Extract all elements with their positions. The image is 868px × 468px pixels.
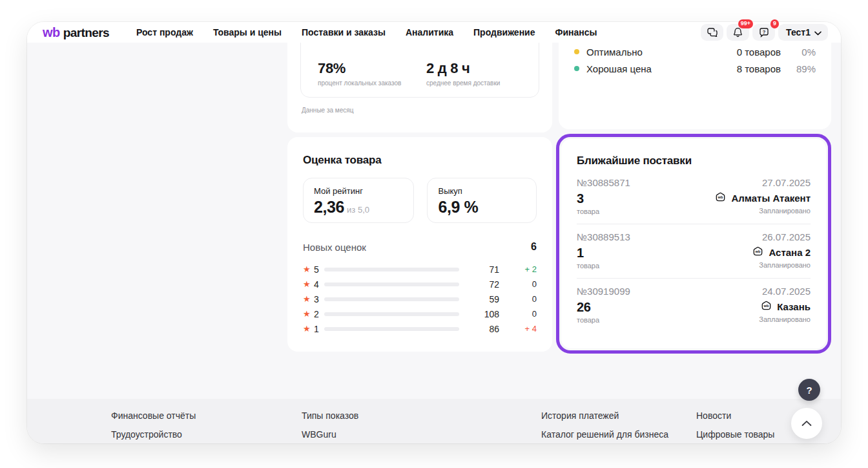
nav-item-analytics[interactable]: Аналитика — [406, 27, 453, 37]
chevron-up-icon — [801, 419, 812, 429]
supply-item[interactable]: №30885871 27.07.2025 3 товара — [577, 167, 811, 224]
chat-bubbles-icon — [707, 28, 718, 37]
rating-distribution: ★ 5 71 + 2 ★ 4 72 0 ★ 3 59 — [303, 262, 537, 336]
new-ratings-count: 6 — [531, 241, 537, 253]
supply-date: 26.07.2025 — [762, 231, 811, 242]
supply-qty-label: товара — [577, 262, 599, 270]
rating-count: 59 — [471, 294, 499, 304]
legend-pct: 0% — [781, 47, 816, 58]
warehouse-icon: wb — [760, 300, 772, 313]
supply-item[interactable]: №30889513 26.07.2025 1 товара — [577, 224, 811, 278]
footer-link-wbguru[interactable]: WBGuru — [302, 429, 358, 440]
supply-item[interactable]: №30919099 24.07.2025 26 товара — [577, 278, 811, 332]
star-count-label: 1 — [314, 324, 324, 334]
footer-link-employment[interactable]: Трудоустройство — [111, 429, 196, 440]
card-title-upcoming-supplies: Ближайшие поставки — [577, 154, 811, 167]
rating-delta: 0 — [499, 294, 537, 304]
rating-row-2: ★ 2 108 0 — [303, 306, 537, 321]
nav-item-finance[interactable]: Финансы — [555, 27, 597, 37]
supply-status: Запланировано — [759, 315, 811, 323]
legend-row-good-price: Хорошая цена 8 товаров 89% — [574, 60, 816, 77]
supply-date: 24.07.2025 — [762, 286, 811, 297]
footer-link-display-types[interactable]: Типы показов — [302, 410, 358, 421]
notifications-button[interactable]: 99+ — [727, 24, 749, 41]
supply-destination-block: wb Астана 2 Запланировано — [752, 246, 811, 270]
header-actions: 99+ ? 9 Тест1 — [701, 24, 828, 41]
buyout-value: 6,9 % — [438, 198, 526, 217]
rating-count: 86 — [471, 324, 499, 334]
wb-partners-logo[interactable]: wb partners — [43, 25, 109, 40]
star-count-label: 3 — [314, 294, 324, 304]
nav-item-promotion[interactable]: Продвижение — [473, 27, 535, 37]
star-count-label: 4 — [314, 279, 324, 290]
footer-col-3: История платежей Каталог решений для биз… — [541, 410, 668, 440]
svg-text:wb: wb — [763, 304, 769, 308]
app-window: wb partners Рост продаж Товары и цены По… — [27, 22, 841, 443]
my-rating-suffix: из 5,0 — [347, 205, 369, 215]
rating-row-5: ★ 5 71 + 2 — [303, 262, 537, 277]
support-fab[interactable]: ? — [798, 379, 820, 401]
delivery-time-value: 2 д 8 ч — [426, 60, 500, 77]
footer-link-digital-goods[interactable]: Цифровые товары — [696, 429, 774, 440]
star-icon: ★ — [303, 309, 314, 319]
rating-bar-track — [324, 327, 459, 331]
supply-destination-block: wb Казань Запланировано — [759, 300, 811, 324]
rating-row-4: ★ 4 72 0 — [303, 277, 537, 292]
star-count-label: 2 — [314, 309, 324, 319]
buyout-box: Выкуп 6,9 % — [427, 178, 537, 223]
rating-count: 71 — [471, 264, 499, 275]
legend-count: 8 товаров — [737, 63, 781, 74]
notifications-badge: 99+ — [738, 19, 753, 28]
footer-link-financial-reports[interactable]: Финансовые отчёты — [111, 410, 196, 421]
legend-row-optimal: Оптимально 0 товаров 0% — [574, 43, 816, 60]
page-footer: Финансовые отчёты Трудоустройство Типы п… — [27, 399, 841, 443]
upcoming-supplies-card: Ближайшие поставки №30885871 27.07.2025 … — [561, 139, 826, 348]
rating-count: 72 — [471, 279, 499, 290]
rating-row-3: ★ 3 59 0 — [303, 292, 537, 306]
price-status-card: Оптимально 0 товаров 0% Хорошая цена 8 т… — [559, 43, 831, 129]
new-ratings-label: Новых оценок — [303, 242, 366, 253]
supply-qty: 3 — [577, 191, 599, 206]
legend-label: Хорошая цена — [586, 63, 737, 74]
rating-summary-boxes: Мой рейтинг 2,36из 5,0 Выкуп 6,9 % — [303, 178, 537, 223]
supply-number: №30885871 — [577, 177, 630, 188]
data-period-note: Данные за месяц — [302, 107, 539, 114]
logo-wb-mark: wb — [43, 25, 60, 40]
legend-pct: 89% — [781, 63, 816, 74]
footer-link-news[interactable]: Новости — [696, 410, 774, 421]
dashboard-content: 78% процент локальных заказов 2 д 8 ч ср… — [27, 43, 841, 399]
warehouse-icon: wb — [752, 246, 764, 259]
scroll-to-top-button[interactable] — [791, 408, 822, 439]
my-rating-value: 2,36из 5,0 — [314, 198, 403, 217]
tour-highlight-outline: Ближайшие поставки №30885871 27.07.2025 … — [556, 134, 831, 354]
delivery-time-stat: 2 д 8 ч среднее время доставки — [426, 60, 500, 97]
warehouse-name: Астана 2 — [769, 247, 811, 258]
footer-link-payment-history[interactable]: История платежей — [541, 410, 668, 421]
rating-bar-track — [324, 282, 459, 286]
help-bubble-icon: ? — [759, 28, 769, 37]
footer-col-2: Типы показов WBGuru — [302, 410, 358, 440]
help-badge: 9 — [770, 19, 779, 28]
my-rating-label: Мой рейтинг — [314, 186, 403, 196]
messages-button[interactable] — [701, 24, 723, 41]
account-name: Тест1 — [786, 27, 811, 37]
warehouse-name: Казань — [777, 301, 811, 312]
delivery-stats-box: 78% процент локальных заказов 2 д 8 ч ср… — [300, 43, 539, 98]
top-nav: wb partners Рост продаж Товары и цены По… — [27, 22, 841, 43]
rating-count: 108 — [471, 309, 499, 319]
delivery-time-label: среднее время доставки — [426, 80, 500, 87]
nav-item-goods-prices[interactable]: Товары и цены — [213, 27, 282, 37]
supply-qty-block: 3 товара — [577, 191, 599, 215]
footer-link-business-solutions[interactable]: Каталог решений для бизнеса — [541, 429, 668, 440]
svg-text:wb: wb — [718, 195, 723, 199]
supply-destination-block: wb Алматы Атакент Запланировано — [714, 191, 811, 215]
rating-delta: 0 — [499, 279, 537, 289]
nav-item-supplies-orders[interactable]: Поставки и заказы — [302, 27, 386, 37]
legend-label: Оптимально — [586, 47, 737, 58]
green-dot-icon — [574, 66, 579, 71]
account-menu-button[interactable]: Тест1 — [778, 24, 828, 41]
help-button[interactable]: ? 9 — [752, 24, 775, 41]
supply-number: №30889513 — [577, 231, 630, 242]
buyout-label: Выкуп — [438, 186, 526, 196]
nav-item-sales-growth[interactable]: Рост продаж — [136, 27, 193, 37]
